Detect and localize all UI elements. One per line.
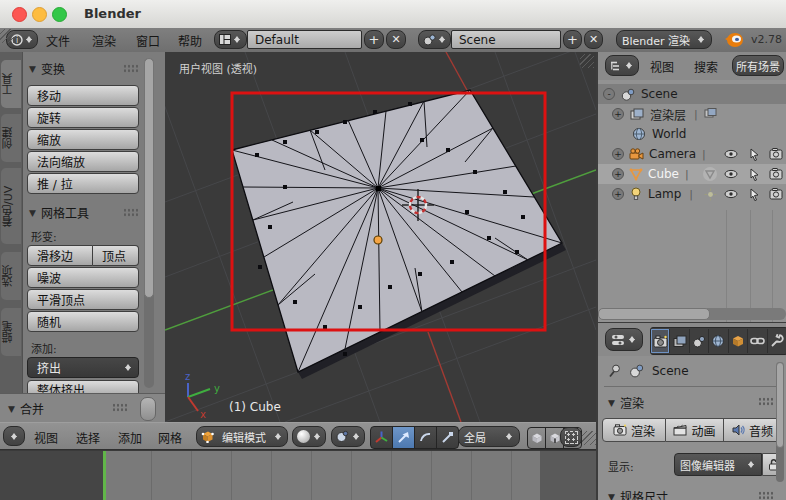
mode-dropdown[interactable]: 编辑模式 (196, 426, 288, 447)
visibility-eye-icon[interactable] (724, 168, 738, 180)
outliner-filter-dropdown[interactable]: 所有场景 (732, 55, 784, 76)
outliner-row-lamp[interactable]: + Lamp | (598, 184, 786, 204)
orientation-dropdown[interactable]: 全局 (458, 426, 520, 447)
manipulator-axis-button[interactable] (371, 427, 393, 448)
menu-view[interactable]: 视图 (34, 429, 58, 446)
selectability-cursor-icon[interactable] (749, 188, 760, 201)
manipulator-scale-button[interactable] (437, 427, 458, 448)
region-resize-grip[interactable] (580, 453, 594, 467)
add-layout-button[interactable]: + (364, 30, 384, 49)
render-still-button[interactable]: 渲染 (602, 418, 666, 442)
minimize-window-button[interactable] (32, 7, 47, 22)
region-resize-grip[interactable] (582, 431, 596, 445)
viewport-3d[interactable]: z y x 用户视图 (透视) (1) Cube (165, 52, 596, 422)
expand-toggle[interactable]: - (603, 88, 615, 100)
outliner-row-cube[interactable]: + Cube | (598, 164, 786, 184)
layout-name-field[interactable]: Default (247, 30, 362, 49)
menu-add[interactable]: 添加 (118, 429, 142, 446)
display-dropdown[interactable]: 图像编辑器 (674, 453, 762, 476)
panel-header-dimensions[interactable]: ▼ 规格尺寸 (608, 488, 668, 500)
editor-type-properties-button[interactable] (605, 328, 643, 351)
vertex-select-button[interactable] (528, 428, 546, 448)
editor-type-outliner-button[interactable] (605, 55, 639, 76)
outliner-menu-view[interactable]: 视图 (650, 58, 674, 75)
render-animation-button[interactable]: 动画 (666, 418, 724, 442)
properties-scrollbar-handle[interactable] (776, 362, 784, 448)
screen-layout-icon-button[interactable] (214, 30, 247, 49)
menu-window[interactable]: 窗口 (136, 32, 160, 49)
extrude-dropdown[interactable]: 挤出 (27, 357, 139, 378)
scene-icon-button[interactable] (418, 30, 451, 49)
outliner-hscrollbar-handle[interactable] (598, 308, 710, 320)
panel-header-transform[interactable]: ▼ 变换 (29, 60, 65, 77)
tab-modifiers[interactable] (768, 329, 786, 353)
properties-scrollbar-track[interactable] (776, 362, 784, 482)
scene-name-field[interactable]: Scene (451, 30, 561, 49)
panel-header-render[interactable]: ▼ 渲染 (608, 394, 644, 411)
manipulator-rotate-button[interactable] (415, 427, 437, 448)
expand-toggle[interactable]: + (612, 108, 624, 120)
menu-select[interactable]: 选择 (76, 429, 100, 446)
smooth-vertex-button[interactable]: 平滑顶点 (27, 289, 139, 310)
rotate-button[interactable]: 旋转 (27, 107, 139, 128)
translate-button[interactable]: 移动 (27, 85, 139, 106)
renderability-camera-icon[interactable] (769, 188, 783, 200)
tab-grease-pencil[interactable]: 蜡笔 (1, 308, 21, 356)
render-engine-dropdown[interactable]: Blender 渲染 (616, 30, 712, 49)
expand-toggle[interactable]: + (612, 148, 624, 160)
tab-render[interactable] (651, 329, 670, 353)
selectability-cursor-icon[interactable] (749, 148, 760, 161)
outliner-row-camera[interactable]: + Camera | (598, 144, 786, 164)
menu-mesh[interactable]: 网格 (158, 429, 182, 446)
timeline[interactable] (0, 450, 596, 500)
tab-constraints[interactable] (748, 329, 767, 353)
shading-dropdown[interactable] (292, 426, 326, 447)
render-audio-button[interactable]: 音频 (724, 418, 782, 442)
tab-scene[interactable] (690, 329, 709, 353)
tab-object[interactable] (729, 329, 748, 353)
shelf-scrollbar-end[interactable] (140, 397, 156, 421)
outliner-row-renderlayers[interactable]: + 渲染层 | (598, 104, 786, 124)
tab-tools[interactable]: 工具 (1, 60, 21, 108)
menu-help[interactable]: 帮助 (178, 32, 202, 49)
close-window-button[interactable] (12, 7, 27, 22)
shelf-scrollbar-track[interactable] (144, 58, 154, 388)
outliner-hscrollbar-track[interactable] (598, 308, 786, 320)
panel-header-mesh-tools[interactable]: ▼ 网格工具 (29, 204, 89, 221)
tab-render-layers[interactable] (670, 329, 689, 353)
extrude-region-button[interactable]: 整体挤出 (27, 380, 139, 393)
panel-header-merge[interactable]: ▼ 合并 (0, 393, 165, 422)
region-resize-grip[interactable] (0, 29, 14, 43)
maximize-window-button[interactable] (52, 7, 67, 22)
region-resize-grip[interactable] (580, 54, 594, 68)
vertex-slide-button[interactable]: 顶点 (93, 245, 139, 266)
editor-type-3dview-button[interactable] (3, 426, 25, 446)
pin-icon[interactable] (608, 364, 621, 378)
add-scene-button[interactable]: + (563, 30, 582, 49)
tab-options[interactable]: 选项 (1, 252, 21, 300)
shelf-scrollbar-handle[interactable] (144, 58, 154, 298)
pivot-dropdown[interactable] (331, 426, 365, 447)
selectability-cursor-icon[interactable] (749, 168, 760, 181)
edge-slide-button[interactable]: 滑移边 (27, 245, 93, 266)
menu-file[interactable]: 文件 (46, 32, 70, 49)
visibility-eye-icon[interactable] (724, 148, 738, 160)
noise-button[interactable]: 噪波 (27, 267, 139, 288)
expand-toggle[interactable]: + (612, 168, 624, 180)
outliner-menu-search[interactable]: 搜索 (694, 58, 718, 75)
randomize-button[interactable]: 随机 (27, 311, 139, 332)
expand-toggle[interactable]: + (612, 188, 624, 200)
delete-layout-button[interactable]: ✕ (386, 30, 406, 49)
current-frame-marker[interactable] (103, 450, 106, 500)
tab-create[interactable]: 创建 (1, 114, 21, 162)
shrink-fatten-button[interactable]: 法向缩放 (27, 151, 139, 172)
outliner-row-scene[interactable]: - Scene (598, 84, 786, 104)
visibility-eye-icon[interactable] (724, 188, 738, 200)
manipulator-translate-button[interactable] (393, 427, 415, 448)
renderability-camera-icon[interactable] (769, 148, 783, 160)
tab-world[interactable] (709, 329, 728, 353)
outliner-row-world[interactable]: World (598, 124, 786, 144)
tab-shading-uv[interactable]: 着色/UV (1, 168, 21, 244)
renderability-camera-icon[interactable] (769, 168, 783, 180)
delete-scene-button[interactable]: ✕ (584, 30, 603, 49)
